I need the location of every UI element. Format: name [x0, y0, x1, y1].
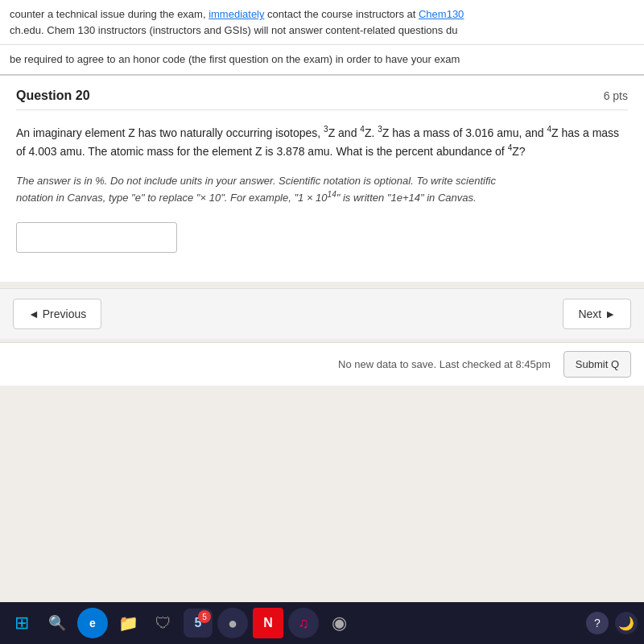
nav-bar: ◄ Previous Next ► — [0, 288, 644, 339]
footer-bar: No new data to save. Last checked at 8:4… — [0, 342, 644, 386]
question-header: Question 20 6 pts — [16, 89, 628, 110]
previous-label: ◄ Previous — [28, 308, 86, 320]
question-container: Question 20 6 pts An imaginary element Z… — [0, 76, 644, 282]
question-points: 6 pts — [604, 89, 628, 102]
taskbar-netflix-icon[interactable]: N — [253, 608, 283, 638]
banner-line1: counter a technical issue during the exa… — [10, 6, 634, 23]
answer-input[interactable] — [16, 222, 177, 253]
question-title: Question 20 — [16, 89, 90, 103]
taskbar-help-icon[interactable]: ? — [586, 612, 609, 634]
answer-input-area — [16, 222, 628, 253]
taskbar-folder-icon[interactable]: 📁 — [113, 608, 143, 638]
taskbar: ⊞ 🔍 e 📁 🛡 5 5 ● N — [0, 602, 644, 644]
taskbar-right: ? 🌙 — [586, 612, 638, 634]
top-banner: counter a technical issue during the exa… — [0, 0, 644, 45]
honor-notice: be required to agree to an honor code (t… — [0, 45, 644, 76]
screen: counter a technical issue during the exa… — [0, 0, 644, 644]
question-body: An imaginary element Z has two naturally… — [16, 123, 628, 160]
submit-label: Submit Q — [576, 358, 619, 370]
next-button[interactable]: Next ► — [563, 299, 631, 329]
answer-note: The answer is in %. Do not include units… — [16, 173, 628, 206]
taskbar-chrome-icon[interactable]: ◉ — [324, 608, 354, 638]
taskbar-circle-icon[interactable]: ● — [217, 608, 248, 638]
footer-status: No new data to save. Last checked at 8:4… — [338, 358, 551, 370]
taskbar-edge-icon[interactable]: e — [77, 608, 108, 638]
taskbar-moon-icon[interactable]: 🌙 — [615, 612, 638, 634]
submit-button[interactable]: Submit Q — [564, 351, 631, 378]
taskbar-badge: 5 — [198, 610, 211, 623]
previous-button[interactable]: ◄ Previous — [13, 299, 101, 329]
taskbar-windows-icon[interactable]: ⊞ — [6, 608, 37, 638]
taskbar-shield-icon[interactable]: 🛡 — [148, 608, 179, 638]
taskbar-music-icon[interactable]: ♫ — [288, 608, 319, 638]
honor-text: be required to agree to an honor code (t… — [10, 52, 634, 68]
taskbar-app5-wrap: 5 5 — [184, 609, 213, 638]
taskbar-search-icon[interactable]: 🔍 — [42, 608, 72, 638]
banner-line2: ch.edu. Chem 130 instructors (instructor… — [10, 23, 634, 39]
next-label: Next ► — [578, 308, 616, 320]
